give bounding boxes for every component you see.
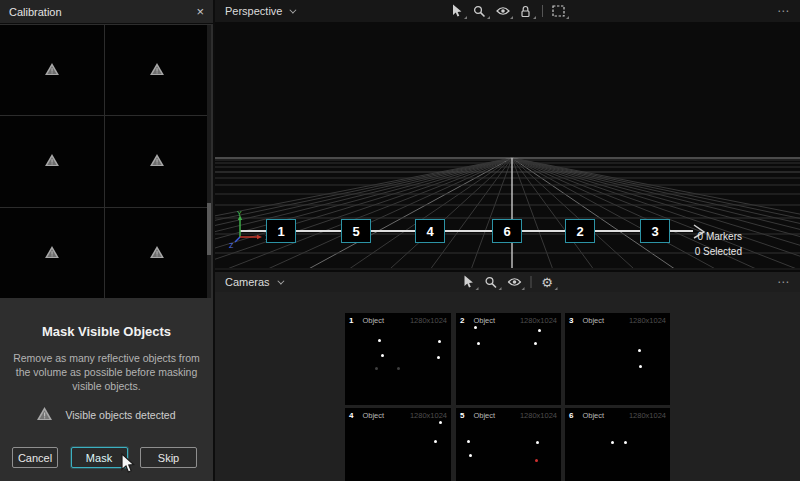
more-menu-icon[interactable]: ⋯	[777, 272, 790, 292]
zoom-icon[interactable]	[473, 4, 487, 18]
tracked-marker-dot	[534, 342, 537, 345]
camera-number: 3	[569, 316, 573, 325]
marker-square-4[interactable]: 4	[415, 219, 445, 243]
calibration-camera-cell[interactable]	[105, 25, 209, 115]
calibration-title: Calibration	[9, 6, 62, 18]
camera-number: 4	[349, 411, 353, 420]
cameras-header: Cameras ⚙ ⋯	[215, 272, 800, 292]
more-menu-icon[interactable]: ⋯	[777, 0, 790, 22]
svg-text:Z: Z	[229, 242, 234, 249]
visibility-icon[interactable]	[496, 4, 510, 18]
tracked-marker-dot	[438, 340, 441, 343]
tracked-marker-dot	[439, 421, 442, 424]
warning-text: Visible objects detected	[65, 409, 175, 421]
cancel-button[interactable]: Cancel	[12, 447, 58, 468]
camera-resolution: 1280x1024	[629, 411, 666, 420]
tracked-marker-dot	[611, 441, 614, 444]
tracked-marker-dot	[538, 329, 541, 332]
camera-number: 6	[569, 411, 573, 420]
warning-triangle-icon	[45, 152, 59, 170]
warning-triangle-icon	[45, 61, 59, 79]
visibility-icon[interactable]	[507, 275, 521, 289]
camera-mode-label: Object	[582, 411, 604, 420]
close-icon[interactable]: ×	[196, 5, 204, 18]
camera-view-2[interactable]: 2Object1280x1024	[456, 313, 561, 405]
perspective-title: Perspective	[225, 5, 282, 17]
calibration-camera-cell[interactable]	[105, 208, 209, 298]
marker-square-2[interactable]: 2	[565, 219, 595, 243]
marker-square-6[interactable]: 6	[492, 219, 522, 243]
settings-icon[interactable]: ⚙	[540, 275, 554, 289]
perspective-viewport[interactable]: Y X Z 154623 0 Markers 0 Selected	[215, 22, 800, 268]
tracked-marker-dot	[477, 342, 480, 345]
camera-view-header: 6Object1280x1024	[565, 408, 670, 420]
zoom-icon[interactable]	[484, 275, 498, 289]
camera-view-4[interactable]: 4Object1280x1024	[345, 408, 451, 481]
tracked-marker-dot	[437, 356, 440, 359]
camera-resolution: 1280x1024	[520, 316, 557, 325]
app-root: { "colors": { "accent": "#3cb0c1", "mark…	[0, 0, 800, 481]
cameras-view-selector[interactable]: Cameras	[225, 276, 282, 288]
camera-view-3[interactable]: 3Object1280x1024	[565, 313, 670, 405]
perspective-header: Perspective ⋯	[215, 0, 800, 22]
camera-view-header: 4Object1280x1024	[345, 408, 451, 420]
camera-mode-label: Object	[473, 316, 495, 325]
perspective-toolbar	[450, 0, 566, 22]
calibration-camera-grid	[0, 25, 209, 298]
camera-view-1[interactable]: 1Object1280x1024	[345, 313, 451, 405]
marker-square-5[interactable]: 5	[341, 219, 371, 243]
chevron-down-icon	[290, 6, 297, 13]
tracked-marker-dot	[397, 367, 400, 370]
camera-view-6[interactable]: 6Object1280x1024	[565, 408, 670, 481]
viewport-status: 0 Markers 0 Selected	[695, 229, 742, 259]
select-icon[interactable]	[450, 4, 464, 18]
skip-button[interactable]: Skip	[140, 447, 197, 468]
toolbar-separator	[542, 5, 543, 17]
markers-count: 0 Markers	[695, 229, 742, 244]
camera-grid: 1Object1280x10242Object1280x10243Object1…	[215, 292, 800, 481]
calibration-panel: Calibration × Mask Visible Objects Remov…	[0, 0, 215, 481]
calibration-camera-cell[interactable]	[0, 25, 104, 115]
perspective-view-selector[interactable]: Perspective	[225, 5, 294, 17]
scrollbar-thumb[interactable]	[207, 203, 211, 255]
cameras-panel: Cameras ⚙ ⋯ 1Object1280x10242Object1280x…	[215, 270, 800, 481]
scrollbar[interactable]	[207, 25, 211, 298]
camera-number: 2	[460, 316, 464, 325]
tracked-marker-dot	[434, 440, 437, 443]
gear-icon: ⚙	[541, 276, 553, 289]
camera-view-header: 1Object1280x1024	[345, 313, 451, 325]
camera-resolution: 1280x1024	[520, 411, 557, 420]
warning-triangle-icon	[37, 407, 52, 422]
tracked-marker-dot	[474, 326, 477, 329]
camera-view-header: 3Object1280x1024	[565, 313, 670, 325]
camera-resolution: 1280x1024	[410, 411, 447, 420]
section-description: Remove as many reflective objects from t…	[10, 351, 203, 393]
camera-view-5[interactable]: 5Object1280x1024	[456, 408, 561, 481]
calibration-camera-cell[interactable]	[105, 116, 209, 206]
tracked-marker-dot	[639, 365, 642, 368]
tracked-marker-dot	[467, 440, 470, 443]
warning-triangle-icon	[150, 61, 164, 79]
calibration-camera-cell[interactable]	[0, 208, 104, 298]
camera-mode-label: Object	[362, 411, 384, 420]
lock-icon[interactable]	[519, 4, 533, 18]
tracked-marker-dot	[378, 339, 381, 342]
calibration-camera-cell[interactable]	[0, 116, 104, 206]
marker-square-1[interactable]: 1	[266, 219, 296, 243]
mouse-cursor	[119, 453, 135, 475]
tracked-marker-dot	[469, 454, 472, 457]
rect-select-icon[interactable]	[552, 4, 566, 18]
chevron-down-icon	[277, 277, 284, 284]
camera-mode-label: Object	[473, 411, 495, 420]
cameras-title: Cameras	[225, 276, 270, 288]
cameras-toolbar: ⚙	[461, 272, 554, 292]
marker-square-3[interactable]: 3	[640, 219, 670, 243]
tracked-marker-dot	[536, 441, 539, 444]
select-icon[interactable]	[461, 275, 475, 289]
tracked-marker-dot	[381, 354, 384, 357]
warning-triangle-icon	[45, 244, 59, 262]
warning-row: Visible objects detected	[0, 407, 213, 422]
button-row: Cancel Mask Skip	[12, 447, 197, 468]
camera-resolution: 1280x1024	[629, 316, 666, 325]
perspective-panel: Perspective ⋯ Y X Z 154623 0 Markers 0 S…	[215, 0, 800, 268]
